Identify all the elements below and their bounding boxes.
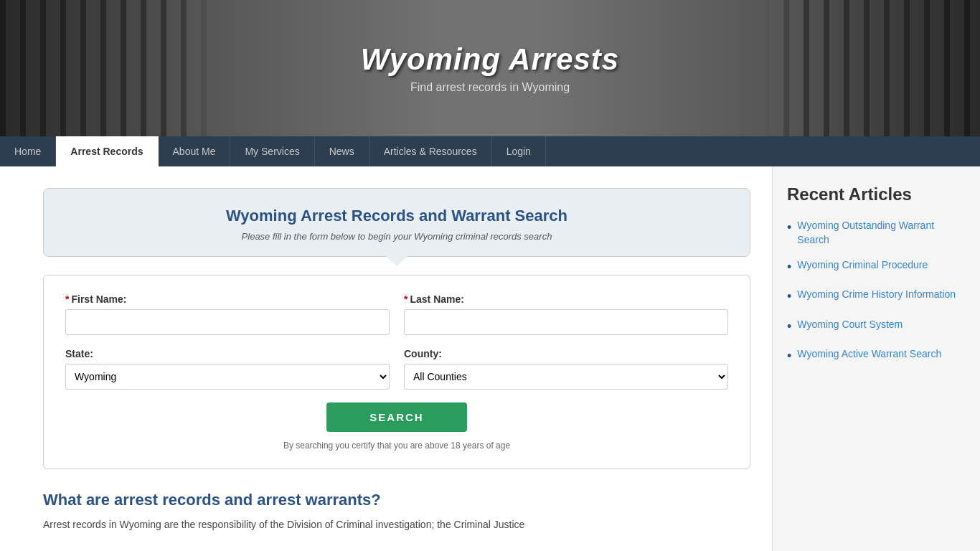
nav-articles-resources[interactable]: Articles & Resources [369,136,492,166]
bottom-section: What are arrest records and arrest warra… [43,491,750,532]
bullet-icon: • [787,347,791,365]
last-name-group: *Last Name: [404,293,728,335]
bottom-text: Arrest records in Wyoming are the respon… [43,517,750,532]
search-button[interactable]: SEARCH [326,402,466,432]
first-name-group: *First Name: [65,293,390,335]
bullet-icon: • [787,318,791,336]
search-box-subtitle: Please fill in the form below to begin y… [65,231,728,242]
nav-arrest-records[interactable]: Arrest Records [56,136,158,166]
bullet-icon: • [787,258,791,276]
nav-home[interactable]: Home [0,136,56,166]
certify-text: By searching you certify that you are ab… [65,441,728,451]
search-info-box: Wyoming Arrest Records and Warrant Searc… [43,188,750,257]
sidebar-link-criminal-procedure[interactable]: Wyoming Criminal Procedure [797,258,928,273]
sidebar-title: Recent Articles [787,184,966,204]
bullet-icon: • [787,288,791,306]
site-header: Wyoming Arrests Find arrest records in W… [0,0,980,136]
required-star-first: * [65,293,69,305]
last-name-label: *Last Name: [404,293,728,305]
nav-about-me[interactable]: About Me [159,136,231,166]
name-row: *First Name: *Last Name: [65,293,728,335]
state-label: State: [65,348,390,359]
county-label: County: [404,348,728,359]
sidebar-link-crime-history[interactable]: Wyoming Crime History Information [797,288,956,302]
sidebar-link-outstanding-warrant[interactable]: Wyoming Outstanding Warrant Search [797,219,966,247]
search-box-title: Wyoming Arrest Records and Warrant Searc… [65,207,728,225]
bullet-icon: • [787,219,791,237]
sidebar-link-active-warrant[interactable]: Wyoming Active Warrant Search [797,347,941,362]
required-star-last: * [404,293,407,305]
state-group: State: Wyoming [65,348,390,390]
county-group: County: All Counties [404,348,728,390]
sidebar: Recent Articles • Wyoming Outstanding Wa… [772,166,980,551]
nav-my-services[interactable]: My Services [230,136,314,166]
sidebar-item-active-warrant: • Wyoming Active Warrant Search [787,347,966,365]
sidebar-link-court-system[interactable]: Wyoming Court System [797,318,903,332]
first-name-input[interactable] [65,309,390,335]
county-select[interactable]: All Counties [404,364,728,390]
main-content: Wyoming Arrest Records and Warrant Searc… [0,166,772,551]
bottom-title: What are arrest records and arrest warra… [43,491,750,509]
site-title: Wyoming Arrests [361,42,619,77]
site-subtitle: Find arrest records in Wyoming [361,81,619,94]
state-select[interactable]: Wyoming [65,364,390,390]
main-nav: Home Arrest Records About Me My Services… [0,136,980,166]
page-body: Wyoming Arrest Records and Warrant Searc… [0,166,980,551]
sidebar-item-crime-history: • Wyoming Crime History Information [787,288,966,306]
sidebar-item-outstanding-warrant: • Wyoming Outstanding Warrant Search [787,219,966,247]
search-form: *First Name: *Last Name: State: Wyoming [43,275,750,469]
nav-login[interactable]: Login [492,136,546,166]
sidebar-item-criminal-procedure: • Wyoming Criminal Procedure [787,258,966,276]
nav-news[interactable]: News [315,136,369,166]
location-row: State: Wyoming County: All Counties [65,348,728,390]
first-name-label: *First Name: [65,293,390,305]
last-name-input[interactable] [404,309,728,335]
sidebar-item-court-system: • Wyoming Court System [787,318,966,336]
